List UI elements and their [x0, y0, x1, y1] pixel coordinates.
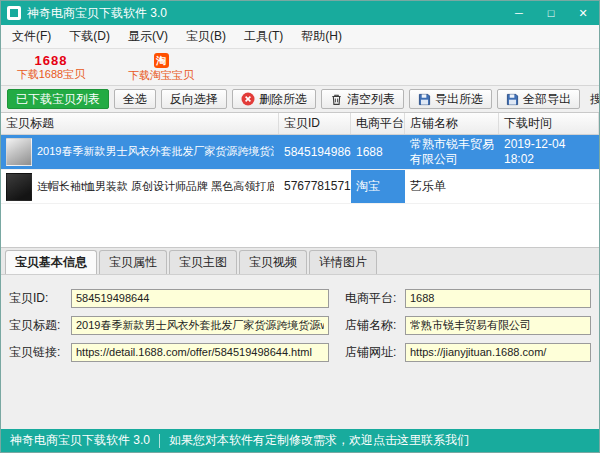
menu-item-view[interactable]: 显示(V) — [119, 25, 177, 48]
select-all-button[interactable]: 全选 — [114, 89, 156, 109]
title-bar: 神奇电商宝贝下载软件 3.0 ─ □ ✕ — [1, 1, 599, 25]
download-1688-label: 下载1688宝贝 — [17, 69, 85, 80]
time-cell: 2019-12-04 18:02 — [499, 135, 599, 169]
minimize-button[interactable]: ─ — [503, 1, 535, 25]
download-taobao-label: 下载淘宝宝贝 — [128, 70, 194, 81]
product-thumbnail — [6, 173, 32, 201]
status-bar: 神奇电商宝贝下载软件 3.0 如果您对本软件有定制修改需求，欢迎点击这里联系我们 — [1, 429, 599, 452]
panel-gap — [1, 383, 599, 430]
action-toolbar: 已下载宝贝列表 全选 反向选择 删除所选 清空列表 导出所选 全部导出 搜索: — [1, 86, 599, 113]
platform-cell: 1688 — [351, 135, 405, 169]
window-title: 神奇电商宝贝下载软件 3.0 — [27, 5, 503, 22]
product-link-label: 宝贝链接: — [9, 344, 71, 361]
taobao-icon: 淘 — [154, 53, 169, 68]
title-cell: 连帽长袖t恤男装款 原创设计师品牌 黑色高领打底衫秋季 暗黑小众 — [1, 170, 279, 203]
delete-selected-label: 删除所选 — [259, 91, 307, 108]
column-header-title[interactable]: 宝贝标题 — [1, 113, 279, 134]
column-header-shop[interactable]: 店铺名称 — [405, 113, 499, 134]
product-thumbnail — [6, 138, 32, 166]
menu-item-help[interactable]: 帮助(H) — [292, 25, 351, 48]
invert-selection-button[interactable]: 反向选择 — [161, 89, 227, 109]
shop-url-label: 店铺网址: — [345, 344, 405, 361]
downloaded-list-button[interactable]: 已下载宝贝列表 — [7, 89, 109, 109]
shop-name-label: 店铺名称: — [345, 317, 405, 334]
search-label: 搜索: — [590, 91, 600, 108]
detail-tabs: 宝贝基本信息 宝贝属性 宝贝主图 宝贝视频 详情图片 — [1, 247, 599, 275]
detail-panel: 宝贝ID: 电商平台: 宝贝标题: 店铺名称: 宝贝链接: 店铺网址: — [1, 275, 599, 383]
tab-basic-info[interactable]: 宝贝基本信息 — [5, 250, 97, 274]
tab-video[interactable]: 宝贝视频 — [239, 250, 307, 274]
product-title: 连帽长袖t恤男装款 原创设计师品牌 黑色高领打底衫秋季 暗黑小众 — [37, 180, 274, 194]
save-all-icon — [506, 93, 519, 106]
product-title-field[interactable] — [71, 316, 329, 335]
detail-row: 宝贝ID: 电商平台: — [9, 289, 591, 308]
product-title: 2019春季新款男士风衣外套批发厂家货源跨境货源wish速卖通亚 — [37, 145, 274, 159]
status-contact-link[interactable]: 如果您对本软件有定制修改需求，欢迎点击这里联系我们 — [160, 432, 478, 449]
product-link-field[interactable] — [71, 343, 329, 362]
export-all-button[interactable]: 全部导出 — [497, 89, 580, 109]
platform-cell: 淘宝 — [351, 170, 405, 203]
detail-row: 宝贝链接: 店铺网址: — [9, 343, 591, 362]
detail-row: 宝贝标题: 店铺名称: — [9, 316, 591, 335]
menu-item-download[interactable]: 下载(D) — [60, 25, 119, 48]
column-header-platform[interactable]: 电商平台 — [351, 113, 405, 134]
maximize-button[interactable]: □ — [535, 1, 567, 25]
menu-item-tools[interactable]: 工具(T) — [235, 25, 292, 48]
tab-main-images[interactable]: 宝贝主图 — [169, 250, 237, 274]
status-app-name: 神奇电商宝贝下载软件 3.0 — [1, 432, 159, 449]
trash-icon — [330, 93, 343, 106]
tab-attributes[interactable]: 宝贝属性 — [99, 250, 167, 274]
tab-detail-images[interactable]: 详情图片 — [309, 250, 377, 274]
menu-item-file[interactable]: 文件(F) — [3, 25, 60, 48]
delete-icon — [241, 92, 255, 106]
product-id-cell: 576778157186 — [279, 170, 351, 203]
platform-field[interactable] — [405, 289, 591, 308]
menu-item-item[interactable]: 宝贝(B) — [177, 25, 235, 48]
product-id-field[interactable] — [71, 289, 329, 308]
column-header-time[interactable]: 下载时间 — [499, 113, 599, 134]
close-button[interactable]: ✕ — [567, 1, 599, 25]
table-header: 宝贝标题 宝贝ID 电商平台 店铺名称 下载时间 — [1, 113, 599, 135]
product-id-cell: 584519498644 — [279, 135, 351, 169]
table-row[interactable]: 2019春季新款男士风衣外套批发厂家货源跨境货源wish速卖通亚 5845194… — [1, 135, 599, 170]
download-taobao-button[interactable]: 淘 下载淘宝宝贝 — [119, 50, 203, 84]
clear-list-button[interactable]: 清空列表 — [321, 89, 404, 109]
product-table: 宝贝标题 宝贝ID 电商平台 店铺名称 下载时间 2019春季新款男士风衣外套批… — [1, 113, 599, 247]
app-icon — [7, 6, 21, 20]
save-icon — [418, 93, 431, 106]
menu-bar: 文件(F) 下载(D) 显示(V) 宝贝(B) 工具(T) 帮助(H) — [1, 25, 599, 49]
product-id-label: 宝贝ID: — [9, 290, 71, 307]
export-selected-button[interactable]: 导出所选 — [409, 89, 492, 109]
shop-cell: 常熟市锐丰贸易有限公司 — [405, 135, 499, 169]
export-all-label: 全部导出 — [523, 91, 571, 108]
shop-name-field[interactable] — [405, 316, 591, 335]
export-selected-label: 导出所选 — [435, 91, 483, 108]
delete-selected-button[interactable]: 删除所选 — [232, 89, 316, 109]
clear-list-label: 清空列表 — [347, 91, 395, 108]
download-toolbar: 1688 下载1688宝贝 淘 下载淘宝宝贝 — [1, 49, 599, 86]
table-row[interactable]: 连帽长袖t恤男装款 原创设计师品牌 黑色高领打底衫秋季 暗黑小众 5767781… — [1, 170, 599, 204]
time-cell — [499, 170, 599, 203]
product-title-label: 宝贝标题: — [9, 317, 71, 334]
logo-1688: 1688 — [35, 54, 68, 67]
download-1688-button[interactable]: 1688 下载1688宝贝 — [9, 50, 93, 84]
title-cell: 2019春季新款男士风衣外套批发厂家货源跨境货源wish速卖通亚 — [1, 135, 279, 169]
platform-label: 电商平台: — [345, 290, 405, 307]
shop-cell: 艺乐单 — [405, 170, 499, 203]
app-window: 神奇电商宝贝下载软件 3.0 ─ □ ✕ 文件(F) 下载(D) 显示(V) 宝… — [0, 0, 600, 453]
column-header-id[interactable]: 宝贝ID — [279, 113, 351, 134]
shop-url-field[interactable] — [405, 343, 591, 362]
